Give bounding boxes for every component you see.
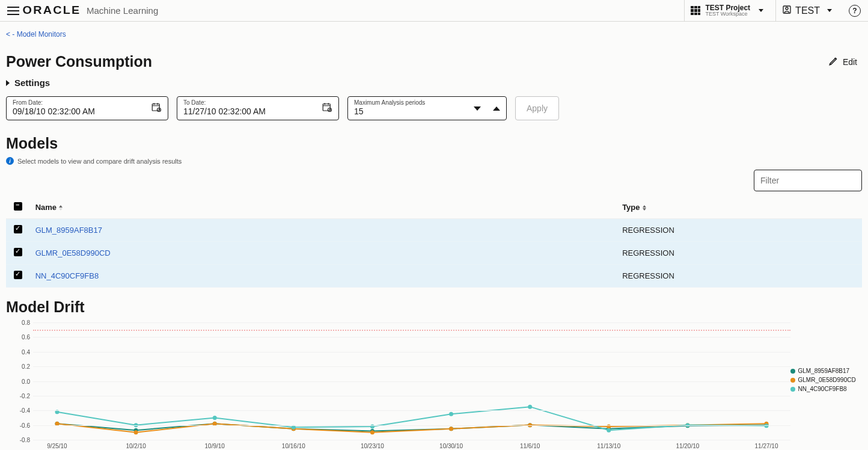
model-name-link[interactable]: NN_4C90CF9FB8	[35, 271, 99, 280]
svg-point-32	[528, 405, 532, 409]
select-all-checkbox[interactable]	[14, 202, 22, 211]
row-checkbox[interactable]	[14, 225, 22, 233]
table-row[interactable]: GLM_8959AF8B17 REGRESSION	[6, 219, 862, 242]
to-date-value: 11/27/10 02:32:00 AM	[183, 106, 322, 116]
model-type-cell: REGRESSION	[617, 242, 862, 265]
col-name-header[interactable]: Name	[31, 196, 617, 219]
edit-label: Edit	[843, 57, 857, 67]
user-name: TEST	[795, 5, 820, 16]
svg-point-20	[370, 430, 374, 434]
filter-input[interactable]	[754, 170, 862, 191]
svg-point-17	[134, 430, 138, 434]
user-menu[interactable]: TEST	[775, 0, 838, 21]
model-type-cell: REGRESSION	[617, 219, 862, 242]
legend-item[interactable]: NN_4C90CF9FB8	[790, 386, 863, 392]
pencil-icon	[828, 55, 839, 68]
workspace-name: TEST Workspace	[705, 11, 750, 17]
spinner-down-icon[interactable]	[474, 106, 481, 111]
brand-subtitle: Machine Learning	[87, 5, 158, 16]
models-hint-text: Select models to view and compare drift …	[17, 158, 182, 165]
apply-button[interactable]: Apply	[515, 96, 559, 120]
svg-point-29	[292, 425, 296, 430]
svg-point-1	[786, 7, 788, 10]
legend-item[interactable]: GLM_8959AF8B17	[790, 368, 863, 374]
row-checkbox[interactable]	[14, 271, 22, 279]
menu-icon[interactable]	[7, 7, 19, 15]
chevron-down-icon	[759, 9, 763, 12]
help-icon[interactable]: ?	[849, 5, 861, 17]
svg-rect-2	[152, 104, 159, 111]
project-grid-icon	[691, 6, 700, 16]
drift-heading: Model Drift	[6, 298, 862, 316]
chevron-right-icon	[6, 80, 10, 86]
svg-point-21	[449, 427, 453, 431]
edit-button[interactable]: Edit	[824, 53, 862, 70]
brand-logo: ORACLE	[23, 4, 81, 17]
periods-label: Maximum Analysis periods	[354, 99, 425, 106]
chart-legend: GLM_8959AF8B17GLMR_0E58D990CDNN_4C90CF9F…	[790, 319, 863, 450]
svg-point-35	[765, 424, 769, 428]
svg-point-28	[213, 416, 217, 420]
table-row[interactable]: NN_4C90CF9FB8 REGRESSION	[6, 265, 862, 288]
to-date-label: To Date:	[183, 99, 206, 106]
top-bar: ORACLE Machine Learning TEST Project TES…	[0, 0, 868, 22]
calendar-icon[interactable]	[322, 102, 332, 115]
to-date-field[interactable]: To Date: 11/27/10 02:32:00 AM	[177, 96, 339, 120]
info-icon: i	[6, 157, 14, 165]
page-title: Power Consumption	[6, 53, 152, 70]
page-body: < - Model Monitors Power Consumption Edi…	[0, 22, 868, 450]
model-name-link[interactable]: GLMR_0E58D990CD	[35, 248, 111, 257]
from-date-value: 09/18/10 02:32:00 AM	[13, 106, 151, 116]
calendar-icon[interactable]	[151, 102, 162, 115]
project-switcher[interactable]: TEST Project TEST Workspace	[684, 0, 769, 21]
row-checkbox[interactable]	[14, 248, 22, 256]
svg-point-33	[607, 428, 611, 433]
svg-rect-4	[323, 104, 330, 111]
from-date-label: From Date:	[13, 99, 43, 106]
legend-item[interactable]: GLMR_0E58D990CD	[790, 377, 863, 383]
models-table: Name Type GLM_8959AF8B17 REGRESSION GLMR…	[6, 196, 862, 288]
model-type-cell: REGRESSION	[617, 265, 862, 288]
spinner-up-icon[interactable]	[493, 106, 500, 111]
from-date-field[interactable]: From Date: 09/18/10 02:32:00 AM	[6, 96, 168, 120]
periods-value: 15	[354, 106, 474, 116]
model-name-link[interactable]: GLM_8959AF8B17	[35, 226, 102, 235]
drift-chart: 9/25/1010/2/1010/9/1010/16/1010/23/1010/…	[6, 319, 862, 450]
back-to-monitors-link[interactable]: < - Model Monitors	[6, 28, 66, 41]
user-icon	[782, 5, 792, 17]
settings-toggle[interactable]: Settings	[6, 78, 862, 88]
chevron-down-icon	[827, 9, 832, 12]
col-type-header[interactable]: Type	[617, 196, 862, 219]
max-periods-field[interactable]: Maximum Analysis periods 15	[347, 96, 507, 120]
settings-heading: Settings	[14, 78, 50, 88]
table-row[interactable]: GLMR_0E58D990CD REGRESSION	[6, 242, 862, 265]
svg-point-31	[449, 412, 453, 416]
models-heading: Models	[6, 135, 862, 152]
models-hint-row: i Select models to view and compare drif…	[6, 157, 862, 165]
